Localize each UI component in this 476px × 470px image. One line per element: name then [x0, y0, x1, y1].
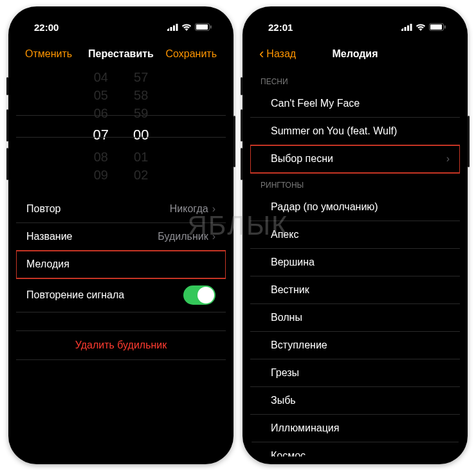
ringtone-label: Грезы — [271, 367, 299, 379]
ringtone-row[interactable]: Вершина — [250, 249, 460, 276]
battery-icon — [429, 23, 446, 31]
song-row[interactable]: Выбор песни› — [250, 145, 460, 173]
ringtone-row[interactable]: Космос — [250, 442, 460, 456]
svg-rect-5 — [196, 24, 208, 30]
status-right — [401, 23, 446, 31]
back-button[interactable]: ‹ Назад — [259, 48, 296, 60]
name-value: Будильник — [158, 231, 208, 242]
phone-left: 22:00 Отменить Переставить Сохранить 04 … — [8, 6, 233, 464]
nav-title: Мелодия — [332, 48, 378, 60]
ringtone-row[interactable]: Волны — [250, 304, 460, 332]
song-label: Выбор песни — [271, 153, 333, 165]
section-songs: ПЕСНИ — [250, 69, 460, 90]
snooze-row: Повторение сигнала — [16, 278, 226, 312]
delete-alarm-button[interactable]: Удалить будильник — [16, 330, 226, 360]
melody-row[interactable]: Мелодия — [16, 251, 226, 278]
time-picker[interactable]: 04 05 06 07 08 09 57 58 59 00 01 02 — [16, 68, 226, 184]
melody-label: Мелодия — [26, 258, 69, 270]
song-row[interactable]: Summer on You (feat. Wulf) — [250, 118, 460, 145]
ringtone-label: Вестник — [271, 284, 309, 296]
status-time: 22:00 — [34, 22, 59, 33]
song-label: Can't Feel My Face — [271, 98, 360, 109]
chevron-right-icon: › — [212, 231, 215, 242]
repeat-row[interactable]: Повтор Никогда › — [16, 195, 226, 223]
status-right — [167, 23, 212, 31]
ringtone-label: Зыбь — [271, 395, 296, 406]
battery-icon — [195, 23, 212, 31]
song-label: Summer on You (feat. Wulf) — [271, 125, 397, 137]
name-row[interactable]: Название Будильник › — [16, 223, 226, 251]
ringtone-row[interactable]: Апекс — [250, 221, 460, 249]
snooze-label: Повторение сигнала — [26, 289, 124, 301]
chevron-right-icon: › — [212, 203, 215, 215]
ringtone-row[interactable]: Грезы — [250, 359, 460, 387]
ringtone-label: Вершина — [271, 257, 315, 268]
picker-minutes[interactable]: 57 58 59 00 01 02 — [133, 71, 149, 181]
ringtone-row[interactable]: Вступление — [250, 332, 460, 359]
ringtone-label: Апекс — [271, 229, 298, 240]
svg-rect-1 — [170, 27, 172, 31]
nav-bar: Отменить Переставить Сохранить — [16, 40, 226, 68]
snooze-toggle[interactable] — [183, 285, 215, 305]
cancel-button[interactable]: Отменить — [25, 48, 72, 60]
ringtone-label: Космос — [271, 450, 306, 456]
svg-rect-2 — [173, 25, 175, 31]
section-ringtones: РИНГТОНЫ — [250, 173, 460, 194]
ringtone-row[interactable]: Зыбь — [250, 387, 460, 415]
svg-rect-6 — [210, 26, 212, 29]
svg-rect-13 — [444, 26, 446, 29]
ringtone-label: Иллюминация — [271, 422, 339, 434]
repeat-label: Повтор — [26, 203, 61, 215]
svg-rect-8 — [405, 27, 407, 31]
ringtone-label: Волны — [271, 312, 302, 323]
ringtone-row[interactable]: Иллюминация — [250, 415, 460, 442]
wifi-icon — [181, 24, 192, 31]
ringtone-label: Радар (по умолчанию) — [271, 201, 378, 213]
ringtone-row[interactable]: Радар (по умолчанию) — [250, 194, 460, 221]
nav-bar: ‹ Назад Мелодия — [250, 40, 460, 68]
nav-title: Переставить — [88, 48, 154, 60]
svg-rect-3 — [176, 24, 178, 31]
picker-hours[interactable]: 04 05 06 07 08 09 — [93, 71, 109, 181]
melody-list[interactable]: ПЕСНИ Can't Feel My FaceSummer on You (f… — [250, 69, 460, 456]
song-row[interactable]: Can't Feel My Face — [250, 90, 460, 118]
chevron-right-icon: › — [446, 153, 450, 165]
save-button[interactable]: Сохранить — [165, 48, 217, 60]
repeat-value: Никогда — [170, 203, 208, 215]
status-time: 22:01 — [268, 22, 293, 33]
svg-rect-9 — [407, 25, 409, 31]
wifi-icon — [416, 24, 426, 31]
svg-rect-10 — [410, 24, 412, 31]
name-label: Название — [26, 231, 73, 242]
ringtone-row[interactable]: Вестник — [250, 276, 460, 304]
ringtone-label: Вступление — [271, 339, 327, 351]
svg-rect-12 — [430, 24, 442, 30]
phone-right: 22:01 ‹ Назад Мелодия ПЕСНИ Can't Feel M… — [243, 6, 468, 464]
